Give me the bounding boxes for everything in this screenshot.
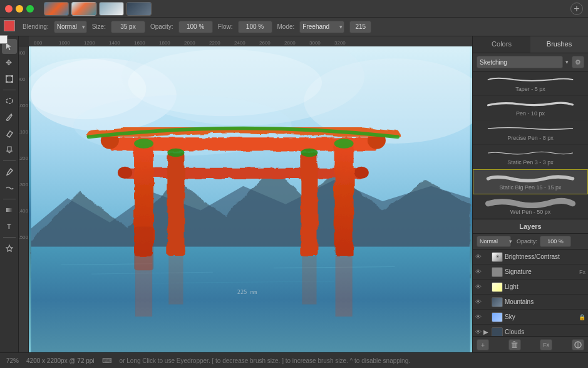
main-area: ✥ T bbox=[0, 36, 588, 352]
layers-blending-wrapper: Normal bbox=[477, 236, 514, 247]
color-picker[interactable] bbox=[4, 20, 18, 34]
brush-item-static3[interactable]: Static Pen 3 - 3 px bbox=[473, 145, 588, 169]
svg-point-33 bbox=[134, 139, 153, 148]
tool-gradient[interactable] bbox=[2, 202, 17, 218]
brush-name-static3: Static Pen 3 - 3 px bbox=[478, 159, 583, 167]
svg-point-27 bbox=[118, 167, 132, 179]
layer-eye-clouds[interactable]: 👁 bbox=[475, 329, 482, 335]
layer-name-light: Light bbox=[505, 283, 585, 290]
mode-number[interactable] bbox=[349, 21, 371, 33]
svg-rect-40 bbox=[302, 256, 316, 304]
mode-select[interactable]: Freehand bbox=[299, 21, 344, 33]
svg-rect-3 bbox=[11, 75, 13, 77]
layer-eye-light[interactable]: 👁 bbox=[475, 283, 482, 290]
tool-text[interactable]: T bbox=[2, 219, 17, 234]
layers-blending-select[interactable]: Normal bbox=[477, 236, 511, 247]
layer-mask-button[interactable] bbox=[572, 339, 584, 350]
layer-name-sky: Sky bbox=[505, 313, 577, 320]
layer-light[interactable]: 👁 Light bbox=[473, 280, 588, 295]
svg-rect-5 bbox=[11, 81, 13, 83]
brush-item-taper[interactable]: Taper - 5 px bbox=[473, 71, 588, 96]
blending-select-wrapper: Normal bbox=[54, 21, 87, 33]
brush-item-pen[interactable]: Pen - 10 px bbox=[473, 96, 588, 120]
tool-move[interactable]: ✥ bbox=[2, 55, 17, 70]
maximize-button[interactable] bbox=[26, 5, 34, 13]
tool-eyedropper[interactable] bbox=[2, 164, 17, 179]
brush-stroke-precise bbox=[478, 122, 583, 135]
layer-name-brightness: Brightness/Contrast bbox=[505, 253, 585, 260]
right-panel: Colors Brushes Sketching ▾ ⚙ Taper - 5 p… bbox=[472, 36, 588, 352]
layer-eye-brightness[interactable]: 👁 bbox=[475, 253, 482, 260]
expand-clouds[interactable]: ▶ bbox=[483, 329, 490, 335]
brush-item-precise[interactable]: Precise Pen - 8 px bbox=[473, 120, 588, 145]
brush-stroke-static3 bbox=[478, 147, 583, 159]
tool-eraser[interactable] bbox=[2, 126, 17, 141]
svg-rect-2 bbox=[6, 75, 8, 77]
layers-opacity-input[interactable] bbox=[540, 236, 571, 247]
thumb-4[interactable] bbox=[126, 2, 152, 16]
ruler-v-marks: 800 900 1000 1100 1200 1300 1400 1500 bbox=[19, 49, 28, 261]
layer-clouds[interactable]: 👁 ▶ Clouds bbox=[473, 325, 588, 336]
layers-toolbar: Normal Opacity: bbox=[473, 234, 588, 250]
brush-item-bigpen[interactable]: Static Big Pen 15 - 15 px bbox=[473, 169, 588, 194]
brush-category-select[interactable]: Sketching bbox=[477, 56, 563, 68]
background-color[interactable] bbox=[0, 35, 8, 44]
tool-divider-3 bbox=[3, 199, 16, 199]
size-input[interactable] bbox=[111, 21, 145, 33]
left-toolbar: ✥ T bbox=[0, 36, 19, 352]
tool-brush[interactable] bbox=[2, 110, 17, 125]
tab-brushes[interactable]: Brushes bbox=[530, 36, 588, 53]
brush-list: Taper - 5 px Pen - 10 px Precise Pen - 8… bbox=[473, 71, 588, 219]
layer-eye-sky[interactable]: 👁 bbox=[475, 313, 482, 320]
tab-colors[interactable]: Colors bbox=[473, 36, 530, 53]
tool-transform[interactable] bbox=[2, 71, 17, 87]
flow-label: Flow: bbox=[218, 23, 233, 30]
layer-thumb-brightness: ☀ bbox=[492, 252, 503, 262]
layer-signature[interactable]: 👁 Signature Fx bbox=[473, 265, 588, 280]
layer-thumb-signature bbox=[492, 267, 503, 277]
layer-thumb-light bbox=[492, 282, 503, 292]
tool-fill[interactable] bbox=[2, 142, 17, 157]
tool-divider-4 bbox=[3, 237, 16, 238]
layer-brightness[interactable]: 👁 ☀ Brightness/Contrast bbox=[473, 250, 588, 265]
layer-eye-signature[interactable]: 👁 bbox=[475, 268, 482, 275]
blending-select[interactable]: Normal bbox=[54, 21, 87, 33]
svg-marker-10 bbox=[6, 245, 13, 251]
svg-text:T: T bbox=[7, 223, 11, 230]
titlebar: + bbox=[0, 0, 588, 18]
opacity-input[interactable] bbox=[178, 21, 213, 33]
thumb-3[interactable] bbox=[99, 2, 124, 16]
canvas-viewport[interactable]: 225 mm bbox=[29, 46, 472, 352]
new-document-button[interactable]: + bbox=[570, 3, 583, 15]
svg-rect-4 bbox=[6, 81, 8, 83]
brush-stroke-taper bbox=[478, 73, 583, 86]
svg-point-6 bbox=[6, 98, 13, 103]
layer-eye-mountains[interactable]: 👁 bbox=[475, 298, 482, 305]
thumb-canvas-1 bbox=[44, 3, 68, 15]
minimize-button[interactable] bbox=[16, 5, 23, 13]
layer-fx-button[interactable]: Fx bbox=[540, 339, 552, 350]
svg-rect-8 bbox=[6, 208, 13, 212]
layer-thumb-sky bbox=[492, 312, 503, 322]
foreground-color[interactable] bbox=[4, 20, 15, 31]
mode-select-wrapper: Freehand bbox=[299, 21, 344, 33]
layer-name-signature: Signature bbox=[505, 268, 577, 275]
brush-settings-button[interactable]: ⚙ bbox=[572, 56, 584, 68]
size-label: Size: bbox=[92, 23, 106, 30]
brush-name-wetpen: Wet Pen - 50 px bbox=[478, 209, 583, 216]
tool-lasso[interactable] bbox=[2, 93, 17, 108]
close-button[interactable] bbox=[5, 5, 13, 13]
flow-input[interactable] bbox=[238, 21, 272, 33]
brush-item-wetpen[interactable]: Wet Pen - 50 px bbox=[473, 194, 588, 219]
thumb-1[interactable] bbox=[44, 2, 69, 16]
add-layer-button[interactable]: + bbox=[477, 339, 489, 350]
cursor-icon: ⌨ bbox=[102, 357, 112, 365]
thumb-2[interactable] bbox=[71, 2, 96, 16]
brush-category-arrow: ▾ bbox=[565, 59, 569, 65]
layer-mountains[interactable]: 👁 Mountains bbox=[473, 295, 588, 310]
delete-layer-button[interactable]: 🗑 bbox=[508, 339, 521, 350]
tool-smudge[interactable] bbox=[2, 181, 17, 196]
layer-sky[interactable]: 👁 Sky 🔒 bbox=[473, 310, 588, 325]
tool-divider-2 bbox=[3, 160, 16, 161]
tool-star[interactable] bbox=[2, 241, 17, 256]
